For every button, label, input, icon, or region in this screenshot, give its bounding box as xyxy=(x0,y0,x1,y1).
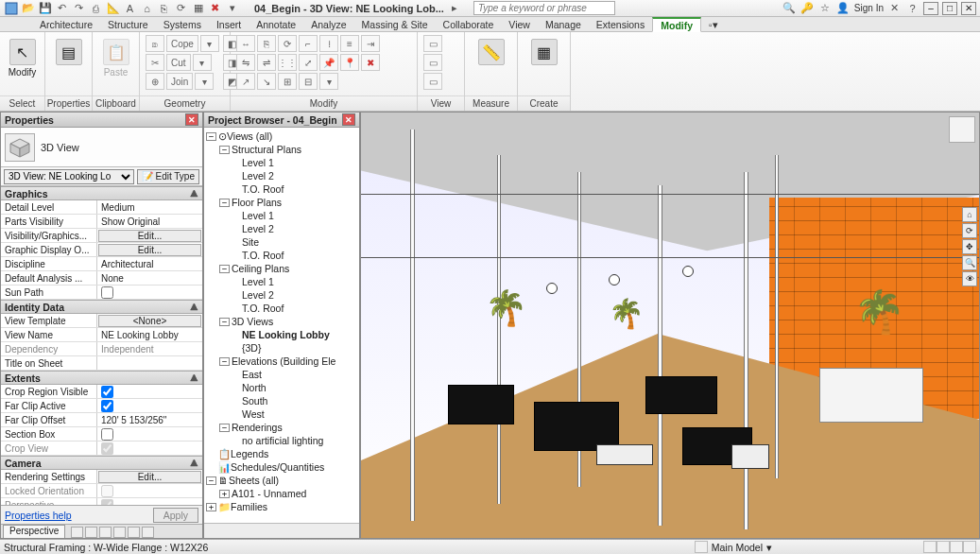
node-north[interactable]: North xyxy=(204,381,359,394)
node-a101[interactable]: +A101 - Unnamed xyxy=(204,487,359,500)
recent-dropdown-icon[interactable]: ▸ xyxy=(448,1,462,15)
node-views-all[interactable]: −⊙ Views (all) xyxy=(204,130,359,143)
node-fp-site[interactable]: Site xyxy=(204,235,359,249)
view-b-button[interactable]: ▭ xyxy=(423,54,442,71)
collapse-icon[interactable]: ⯅ xyxy=(190,459,198,468)
node-structural-plans[interactable]: −Structural Plans xyxy=(204,143,359,156)
tab-structure[interactable]: Structure xyxy=(100,17,156,31)
properties-button[interactable]: ▤ xyxy=(51,35,86,78)
vt-icon-a[interactable] xyxy=(71,527,83,538)
mirror-button[interactable]: ⇋ xyxy=(236,54,255,71)
val-sunpath[interactable] xyxy=(97,286,202,299)
val-discipline[interactable]: Architectural xyxy=(97,257,202,270)
print-icon[interactable]: ⎙ xyxy=(89,1,103,15)
copy-button[interactable]: ⎘ xyxy=(257,35,276,52)
edit-type-button[interactable]: 📝Edit Type xyxy=(137,169,199,184)
switch-view-icon[interactable]: ▾ xyxy=(225,1,239,15)
m1[interactable]: ↗ xyxy=(236,73,255,90)
node-sheets[interactable]: −🗎 Sheets (all) xyxy=(204,474,359,487)
text-icon[interactable]: A xyxy=(123,1,137,15)
node-3d[interactable]: {3D} xyxy=(204,341,359,355)
group-graphics[interactable]: Graphics⯅ xyxy=(1,186,202,200)
pin-button[interactable]: 📌 xyxy=(319,54,338,71)
val-crv[interactable] xyxy=(97,385,202,398)
node-cp-level1[interactable]: Level 1 xyxy=(204,275,359,288)
status-icon-a[interactable] xyxy=(923,541,937,553)
exchange-icon[interactable]: ✕ xyxy=(887,1,902,15)
tab-annotate[interactable]: Annotate xyxy=(249,17,303,31)
group-identity[interactable]: Identity Data⯅ xyxy=(1,300,202,314)
close-view-icon[interactable]: ✖ xyxy=(208,1,222,15)
rotate-button[interactable]: ⟳ xyxy=(278,35,297,52)
browser-titlebar[interactable]: Project Browser - 04_Begin ✕ xyxy=(204,113,359,128)
open-icon[interactable]: 📂 xyxy=(21,1,35,15)
link-icon[interactable]: ⎘ xyxy=(157,1,171,15)
collapse-icon[interactable]: ⯅ xyxy=(190,373,198,383)
browser-scrollbar[interactable] xyxy=(204,523,359,538)
vt-icon-b[interactable] xyxy=(85,527,97,538)
btn-rendering-settings[interactable]: Edit... xyxy=(98,471,201,483)
node-elevations[interactable]: −Elevations (Building Ele xyxy=(204,355,359,368)
tab-manage[interactable]: Manage xyxy=(538,17,589,31)
join-drop[interactable]: ▾ xyxy=(195,73,214,90)
vt-icon-d[interactable] xyxy=(113,527,126,538)
node-cp-level2[interactable]: Level 2 xyxy=(204,288,359,302)
main-model-label[interactable]: Main Model xyxy=(712,542,763,553)
move-button[interactable]: ↔ xyxy=(236,35,255,52)
join-button[interactable]: ⊕ xyxy=(146,73,164,90)
cope-button[interactable]: ⎄ xyxy=(146,35,164,52)
status-icon-b[interactable] xyxy=(937,541,950,553)
nav-home-icon[interactable]: ⌂ xyxy=(962,207,977,222)
m2[interactable]: ↘ xyxy=(257,73,276,90)
key-icon[interactable]: 🔑 xyxy=(800,1,815,15)
val-viewname[interactable]: NE Looking Lobby xyxy=(97,328,202,341)
sectionbox-checkbox[interactable] xyxy=(101,428,113,441)
unpin-button[interactable]: 📍 xyxy=(340,54,359,71)
node-3d-views[interactable]: −3D Views xyxy=(204,315,359,328)
filter-icon[interactable] xyxy=(963,541,976,553)
node-sp-level1[interactable]: Level 1 xyxy=(204,156,359,169)
home-icon[interactable]: ⌂ xyxy=(140,1,154,15)
m3[interactable]: ⊞ xyxy=(278,73,297,90)
array-button[interactable]: ⋮⋮ xyxy=(278,54,297,71)
scale-button[interactable]: ⤢ xyxy=(299,54,318,71)
app-menu-icon[interactable] xyxy=(4,1,18,15)
properties-titlebar[interactable]: Properties ✕ xyxy=(1,113,202,128)
node-west[interactable]: West xyxy=(204,407,359,421)
cut-drop[interactable]: ▾ xyxy=(193,54,212,71)
node-no-artificial[interactable]: no artificial lighting xyxy=(204,434,359,447)
m4[interactable]: ⊟ xyxy=(299,73,318,90)
node-renderings[interactable]: −Renderings xyxy=(204,421,359,434)
node-fp-toroof[interactable]: T.O. Roof xyxy=(204,249,359,262)
modify-tool-button[interactable]: ↖Modify xyxy=(6,35,39,78)
apply-button[interactable]: Apply xyxy=(153,508,198,523)
create-button[interactable]: ▦ xyxy=(524,35,564,65)
join-label[interactable]: Join xyxy=(166,73,193,90)
crop-visible-checkbox[interactable] xyxy=(101,386,113,398)
status-icon-c[interactable] xyxy=(950,541,963,553)
node-cp-toroof[interactable]: T.O. Roof xyxy=(204,302,359,315)
tab-context-dropdown[interactable]: ▫▾ xyxy=(701,17,726,31)
nav-look-icon[interactable]: 👁 xyxy=(962,271,977,286)
split-button[interactable]: ⁞ xyxy=(319,35,338,52)
node-ceiling-plans[interactable]: −Ceiling Plans xyxy=(204,262,359,275)
node-ne-lobby[interactable]: NE Looking Lobby xyxy=(204,328,359,341)
help-search-input[interactable] xyxy=(473,1,615,15)
redo-icon[interactable]: ↷ xyxy=(72,1,86,15)
view-cube[interactable] xyxy=(949,116,975,143)
val-tos[interactable] xyxy=(97,356,202,370)
worksets-icon[interactable] xyxy=(695,541,708,553)
properties-help-link[interactable]: Properties help xyxy=(5,510,72,521)
cut-button[interactable]: ✂ xyxy=(146,54,164,71)
val-sb[interactable] xyxy=(97,427,202,441)
node-families[interactable]: +📁 Families xyxy=(204,500,359,513)
tab-modify[interactable]: Modify xyxy=(652,17,701,32)
cope-label[interactable]: Cope xyxy=(166,35,198,52)
save-icon[interactable]: 💾 xyxy=(38,1,52,15)
paste-button[interactable]: 📋Paste xyxy=(98,35,133,78)
type-selector[interactable]: 3D View xyxy=(1,128,202,167)
node-sp-toroof[interactable]: T.O. Roof xyxy=(204,182,359,196)
nav-pan-icon[interactable]: ✥ xyxy=(962,239,977,254)
maximize-button[interactable]: □ xyxy=(942,2,957,15)
undo-icon[interactable]: ↶ xyxy=(55,1,69,15)
